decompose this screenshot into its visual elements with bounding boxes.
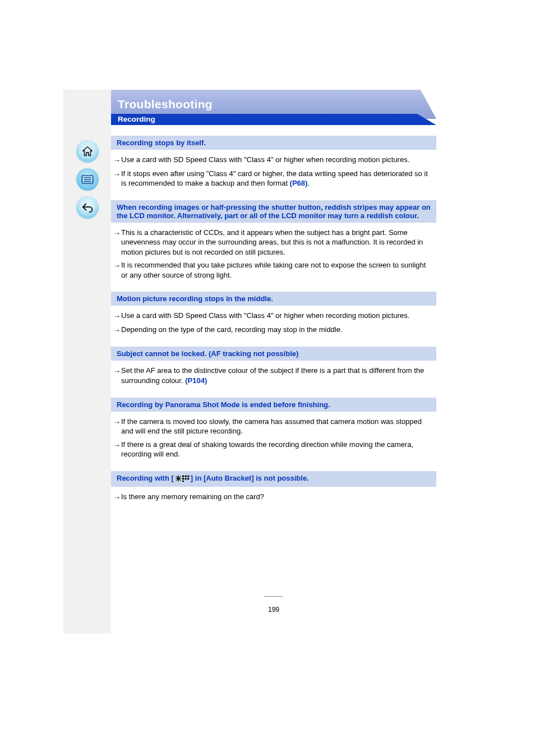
answer-text: Set the AF area to the distinctive colou…	[121, 366, 434, 385]
page-link[interactable]: (P104)	[185, 376, 207, 385]
faq-question: Subject cannot be locked. (AF tracking n…	[111, 347, 436, 361]
arrow-icon: →	[113, 260, 121, 271]
svg-rect-10	[182, 481, 184, 482]
arrow-icon: →	[113, 440, 121, 450]
faq-answer: → Use a card with SD Speed Class with "C…	[111, 309, 436, 323]
back-icon	[81, 201, 94, 214]
answer-text: This is a characteristic of CCDs, and it…	[121, 228, 434, 257]
header-subtitle: Recording	[118, 115, 155, 123]
home-icon	[81, 145, 94, 158]
svg-rect-6	[187, 475, 189, 477]
faq-answer: → If there is a great deal of shaking to…	[111, 438, 436, 461]
faq-question: When recording images or half-pressing t…	[111, 200, 436, 223]
answer-text: Use a card with SD Speed Class with "Cla…	[121, 155, 434, 165]
faq-answer: → This is a characteristic of CCDs, and …	[111, 226, 436, 259]
sidebar	[63, 90, 111, 634]
faq-answer: → If the camera is moved too slowly, the…	[111, 415, 436, 438]
answer-text: Use a card with SD Speed Class with "Cla…	[121, 311, 434, 321]
arrow-icon: →	[113, 366, 121, 376]
arrow-icon: →	[113, 325, 121, 335]
faq-question: Motion picture recording stops in the mi…	[111, 292, 436, 306]
page-link[interactable]: (P68)	[290, 179, 308, 187]
home-button[interactable]	[76, 140, 99, 163]
answer-text: If it stops even after using "Class 4" c…	[121, 169, 434, 188]
arrow-icon: →	[113, 228, 121, 238]
faq-answer: → Set the AF area to the distinctive col…	[111, 364, 436, 387]
content-area: Troubleshooting Recording Recording stop…	[111, 90, 471, 634]
answer-text: Depending on the type of the card, recor…	[121, 325, 434, 335]
answer-text: If there is a great deal of shaking towa…	[121, 440, 434, 459]
faq-question: Recording stops by itself.	[111, 136, 436, 150]
answer-text: It is recommended that you take pictures…	[121, 260, 434, 280]
faq-question: Recording by Panorama Shot Mode is ended…	[111, 398, 436, 412]
arrow-icon: →	[113, 492, 121, 503]
svg-rect-5	[185, 475, 186, 477]
svg-rect-8	[185, 478, 186, 480]
svg-rect-9	[187, 478, 189, 480]
arrow-icon: →	[113, 155, 121, 165]
burst-bracket-icon	[175, 474, 190, 484]
faq-question: Recording with [ ] in [Auto Bracket] is …	[111, 471, 436, 487]
answer-text: If the camera is moved too slowly, the c…	[121, 417, 434, 436]
page-number: 199	[111, 596, 436, 614]
back-button[interactable]	[76, 196, 99, 219]
arrow-icon: →	[113, 169, 121, 179]
list-icon	[81, 175, 94, 184]
header-title: Troubleshooting	[118, 98, 213, 111]
arrow-icon: →	[113, 311, 121, 321]
faq-answer: → Is there any memory remaining on the c…	[111, 490, 436, 504]
arrow-icon: →	[113, 417, 121, 427]
answer-text: Is there any memory remaining on the car…	[121, 492, 434, 502]
section-header: Troubleshooting Recording	[111, 90, 436, 123]
faq-answer: → Use a card with SD Speed Class with "C…	[111, 153, 436, 167]
svg-rect-4	[182, 475, 184, 477]
faq-answer: → If it stops even after using "Class 4"…	[111, 167, 436, 190]
svg-rect-7	[182, 478, 184, 480]
document-page: Troubleshooting Recording Recording stop…	[63, 90, 471, 634]
faq-answer: → Depending on the type of the card, rec…	[111, 323, 436, 337]
contents-button[interactable]	[76, 168, 99, 191]
faq-answer: → It is recommended that you take pictur…	[111, 259, 436, 282]
